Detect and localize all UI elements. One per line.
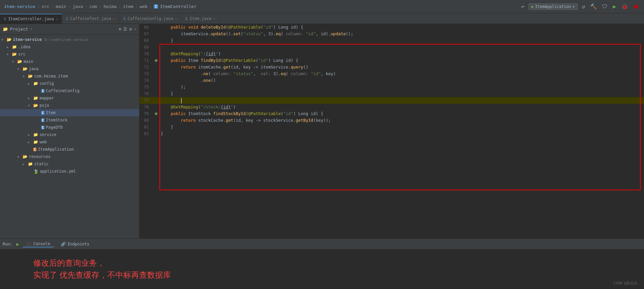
run-icon[interactable]: ▶ (611, 3, 617, 10)
layout-icon[interactable]: ☰ (123, 27, 127, 32)
tree-label-main: main (24, 59, 33, 64)
tab-item[interactable]: C Item.java ✕ (181, 14, 220, 24)
run-tab-console[interactable]: ⬛ Console (23, 241, 53, 247)
tab-icon-cafftest: C (66, 17, 68, 21)
code-editor[interactable]: 66 public void deleteById(@PathVariable(… (139, 24, 644, 238)
line-num-72: 72 (139, 64, 153, 71)
arrow-config: ▶ (28, 82, 32, 85)
run-config-selector[interactable]: ▶ ItemApplication ▾ (528, 3, 578, 10)
tab-item-controller[interactable]: C ItemController.java ✕ (0, 14, 62, 24)
coverage-icon[interactable]: 🛡 (601, 3, 609, 10)
build-icon[interactable]: 🔨 (589, 3, 598, 10)
annotation-line1: 修改后的查询业务， (33, 258, 105, 267)
tree-item-service[interactable]: ▶ 📁 service (0, 131, 139, 138)
folder-icon-static: 📁 (28, 162, 33, 166)
gutter-73 (153, 71, 159, 77)
tab-close-controller[interactable]: ✕ (56, 17, 58, 21)
breakpoint-71[interactable] (155, 59, 157, 62)
tree-item-item[interactable]: ▶ C Item (0, 109, 139, 116)
arrow-web: ▶ (28, 140, 32, 144)
breadcrumb-main: main (56, 4, 66, 9)
tree-label-web: web (40, 140, 47, 144)
tree-item-java[interactable]: ▼ 📂 java (0, 65, 139, 72)
tree-item-main[interactable]: ▼ 📂 main (0, 58, 139, 65)
breakpoint-79[interactable] (155, 112, 157, 115)
arrow-java: ▼ (17, 67, 21, 71)
tree-label-mapper: mapper (40, 96, 54, 100)
tree-item-root[interactable]: ▼ 📂 item-service D:\code\item-service (0, 36, 139, 43)
tab-close-cafftest[interactable]: ✕ (113, 17, 115, 21)
debug-icon[interactable]: 🐞 (620, 3, 629, 10)
line-num-76: 76 (139, 90, 153, 97)
tree-item-static[interactable]: ▶ 📁 static (0, 160, 139, 168)
tab-label-item: Item.java (190, 16, 211, 21)
tab-icon-item: C (185, 17, 188, 21)
gutter-72 (153, 64, 159, 71)
breadcrumb-java: java (72, 4, 83, 9)
settings-icon[interactable]: ⚙ (129, 27, 132, 32)
folder-icon-idea: 📁 (12, 45, 17, 49)
breadcrumb-bar: item-service › src › main › java › com ›… (0, 0, 644, 13)
arrow-main: ▼ (12, 60, 16, 64)
line-content-77 (159, 97, 644, 104)
line-content-76: } (159, 90, 644, 97)
arrow-service: ▶ (28, 133, 32, 137)
line-content-82: } (159, 130, 644, 137)
tree-label-service: service (40, 132, 56, 137)
back-icon[interactable]: ↩ (520, 3, 526, 10)
tree-item-com-heima[interactable]: ▼ 📂 com.heima.item (0, 72, 139, 80)
annotation-line2: 实现了 优先查缓存，不中标再查数据库 (33, 270, 171, 279)
tab-close-item[interactable]: ✕ (213, 17, 215, 21)
line-num-66: 66 (139, 24, 153, 31)
tree-item-item-stock[interactable]: ▶ C ItemStock (0, 116, 139, 124)
tree-item-web[interactable]: ▶ 📁 web (0, 138, 139, 146)
line-content-80: return stockCache.get(id, key -> stockSe… (159, 117, 644, 124)
tree-item-idea[interactable]: ▶ 📁 .idea (0, 43, 139, 51)
collapse-icon[interactable]: − (134, 27, 137, 32)
folder-icon-service: 📁 (33, 132, 38, 137)
project-tree: ▼ 📂 item-service D:\code\item-service ▶ … (0, 35, 139, 238)
code-line-76: 76 } (139, 90, 644, 97)
run-app-icon: ▶ (531, 4, 534, 9)
breadcrumb-root: item-service (4, 4, 35, 9)
tree-label-application-yml: application.yml (40, 169, 76, 174)
tree-item-item-application[interactable]: ▶ C ItemApplication (0, 146, 139, 153)
tab-caffeine-test[interactable]: C CaffeineTest.java ✕ (62, 14, 119, 24)
tree-item-config[interactable]: ▶ 📁 config (0, 80, 139, 87)
file-icon-page-dto: C (41, 126, 45, 129)
add-icon[interactable]: ⊕ (119, 27, 122, 32)
tree-item-application-yml[interactable]: ▶ 🍃 application.yml (0, 168, 139, 175)
folder-icon-pojo: 📂 (33, 103, 38, 108)
tab-icon-controller: C (4, 17, 6, 21)
run-tab-endpoints-label: Endpoints (68, 242, 89, 246)
code-line-71: 71 public Item findById(@PathVariable("i… (139, 57, 644, 64)
file-icon-item-application: C (33, 148, 37, 151)
tree-label-page-dto: PageDTO (46, 125, 63, 130)
tab-close-caffconfig[interactable]: ✕ (175, 17, 177, 21)
tree-item-pojo[interactable]: ▼ 📂 pojo (0, 102, 139, 109)
code-line-66: 66 public void deleteById(@PathVariable(… (139, 24, 644, 31)
arrow-root: ▼ (1, 38, 5, 42)
line-num-77: 77 (139, 97, 153, 104)
tree-item-resources[interactable]: ▼ 📂 resources (0, 153, 139, 160)
editor-tabs: C ItemController.java ✕ C CaffeineTest.j… (0, 13, 644, 24)
code-line-74: 74 .one() (139, 77, 644, 84)
project-icon: 📁 (3, 27, 8, 32)
tree-item-caffeine-config[interactable]: ▶ C CaffeineConfig (0, 87, 139, 94)
file-icon-item: C (41, 111, 45, 115)
run-tab-endpoints[interactable]: 🔗 Endpoints (57, 241, 93, 247)
project-sidebar: 📁 Project ▾ ⊕ ☰ ⚙ − ▼ 📂 item-service D:\… (0, 24, 139, 238)
tree-item-src[interactable]: ▼ 📂 src (0, 51, 139, 58)
line-num-79: 79 (139, 110, 153, 117)
stop-icon[interactable]: ⏹ (632, 3, 640, 10)
editor-row: 📁 Project ▾ ⊕ ☰ ⚙ − ▼ 📂 item-service D:\… (0, 24, 644, 238)
tab-caffeine-config[interactable]: C CaffeineConfig.java ✕ (119, 14, 181, 24)
code-line-73: 73 .ne( column: "status", val: 3).eq( co… (139, 71, 644, 77)
code-line-68: 68 } (139, 37, 644, 44)
line-num-82: 82 (139, 130, 153, 137)
code-line-79: 79 public ItemStock findStockById(@PathV… (139, 110, 644, 117)
run-config-label: ItemApplication (535, 4, 571, 9)
tree-item-page-dto[interactable]: ▶ C PageDTO (0, 124, 139, 131)
tree-item-mapper[interactable]: ▶ 📁 mapper (0, 94, 139, 102)
refresh-icon[interactable]: ↺ (581, 3, 587, 10)
